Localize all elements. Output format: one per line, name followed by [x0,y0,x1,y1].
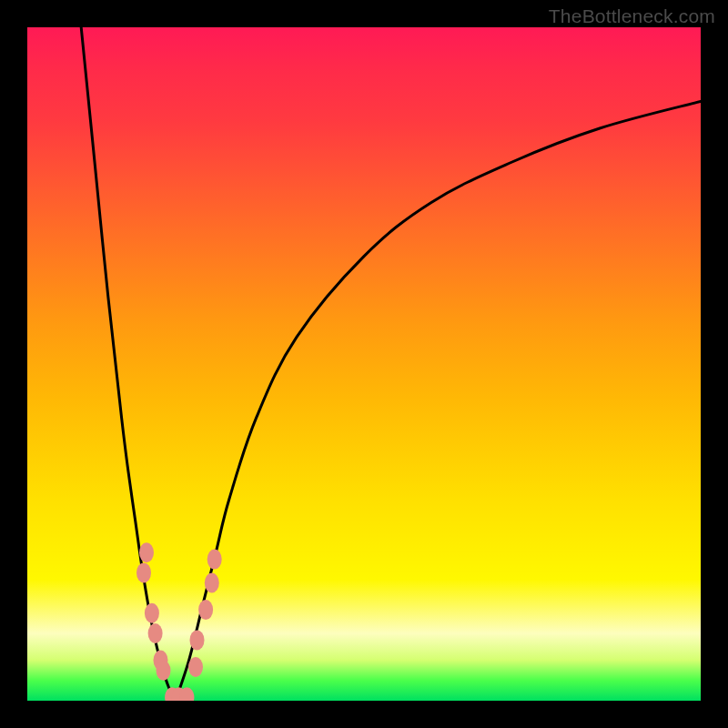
scatter-dot [207,550,222,570]
scatter-dot [139,542,154,562]
right-curve-line [176,101,701,701]
left-curve-line [81,27,176,701]
scatter-dot [136,562,151,582]
scatter-dot [190,630,205,650]
scatter-points [136,542,222,701]
scatter-dot [198,600,213,620]
plot-area [27,27,701,701]
scatter-dot [205,573,219,593]
scatter-dot [145,603,159,623]
chart-frame: TheBottleneck.com [0,0,728,728]
scatter-dot [188,657,203,677]
chart-svg [27,27,701,701]
scatter-dot [157,661,171,681]
watermark-text: TheBottleneck.com [549,5,715,27]
scatter-dot [148,623,163,643]
